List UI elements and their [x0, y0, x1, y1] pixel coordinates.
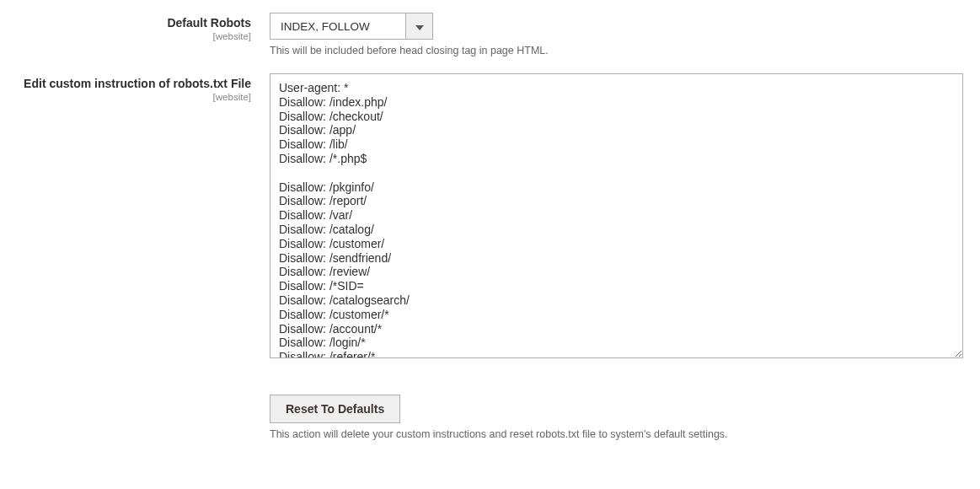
default-robots-label-col: Default Robots [website]	[17, 13, 270, 41]
default-robots-control-col: INDEX, FOLLOW This will be included befo…	[270, 13, 963, 56]
default-robots-value: INDEX, FOLLOW	[270, 13, 405, 39]
custom-robots-control-col	[270, 73, 963, 361]
custom-robots-scope: [website]	[17, 92, 251, 102]
custom-robots-textarea[interactable]	[270, 73, 963, 358]
custom-robots-row: Edit custom instruction of robots.txt Fi…	[17, 73, 963, 361]
custom-robots-label: Edit custom instruction of robots.txt Fi…	[17, 76, 251, 91]
reset-to-defaults-button[interactable]: Reset To Defaults	[270, 395, 400, 423]
custom-robots-label-col: Edit custom instruction of robots.txt Fi…	[17, 73, 270, 102]
chevron-down-icon	[415, 20, 424, 33]
reset-help: This action will delete your custom inst…	[270, 428, 963, 440]
default-robots-row: Default Robots [website] INDEX, FOLLOW T…	[17, 13, 963, 56]
reset-label-col	[17, 378, 270, 380]
default-robots-label: Default Robots	[17, 15, 251, 30]
default-robots-help: This will be included before head closin…	[270, 45, 963, 56]
default-robots-select[interactable]: INDEX, FOLLOW	[270, 13, 433, 40]
reset-row: Reset To Defaults This action will delet…	[17, 378, 963, 440]
default-robots-scope: [website]	[17, 31, 251, 41]
default-robots-dropdown-button[interactable]	[405, 13, 432, 39]
reset-control-col: Reset To Defaults This action will delet…	[270, 378, 963, 440]
